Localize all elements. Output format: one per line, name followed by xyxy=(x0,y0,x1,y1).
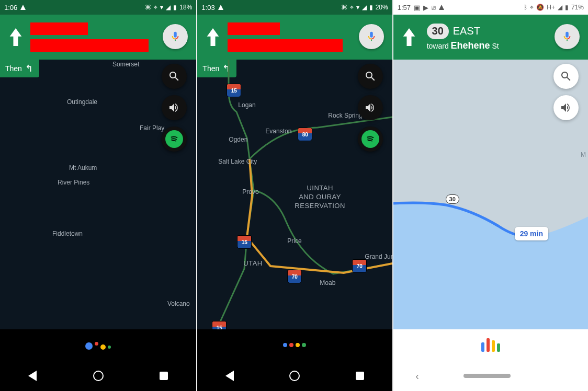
map-label-state: UTAH xyxy=(243,259,262,267)
assistant-bar[interactable] xyxy=(0,329,196,361)
map-label: Fiddletown xyxy=(52,230,83,237)
volume-icon xyxy=(560,101,572,114)
map-label-reservation: UINTAH AND OURAY RESERVATION xyxy=(295,184,345,211)
map-label: Mt Aukum xyxy=(69,164,97,171)
arrow-up-icon xyxy=(400,28,419,47)
search-button[interactable] xyxy=(162,64,187,89)
spotify-button[interactable] xyxy=(162,126,187,152)
map-label: River Pines xyxy=(58,179,89,186)
sound-button[interactable] xyxy=(162,95,187,120)
battery-icon: ▮ xyxy=(173,4,177,11)
route-shield-icon: 30 xyxy=(446,194,459,204)
vpn-icon: ⌘ xyxy=(145,4,151,11)
network-hplus-icon: H+ xyxy=(547,4,555,11)
spotify-icon xyxy=(165,130,183,148)
home-button[interactable] xyxy=(289,371,300,381)
recents-button[interactable] xyxy=(356,372,364,380)
map-label: Provo xyxy=(242,188,258,196)
direction-text: 30 EAST toward Ehehene St xyxy=(427,24,499,51)
gallery-icon: ▣ xyxy=(414,4,420,12)
youtube-icon: ▶ xyxy=(423,4,428,12)
navigation-header xyxy=(0,15,196,60)
status-time: 1:06 xyxy=(4,4,17,12)
search-button[interactable] xyxy=(553,64,579,89)
redacted-line-2 xyxy=(228,39,343,52)
sound-button[interactable] xyxy=(358,95,383,120)
location-icon: ⌖ xyxy=(350,4,354,11)
voice-search-button[interactable] xyxy=(163,24,188,49)
signal-icon: ◢ xyxy=(362,4,367,11)
redacted-line-1 xyxy=(30,22,88,35)
voice-search-button[interactable] xyxy=(555,24,580,49)
nav-arrow-icon xyxy=(218,5,223,10)
wifi-icon: ▾ xyxy=(160,4,163,11)
assistant-bar[interactable] xyxy=(393,329,588,361)
status-bar: 1:03 ⌘ ⌖ ▾ ◢ ▮ 20% xyxy=(197,0,392,15)
interstate-shield-icon: 15 xyxy=(227,84,241,97)
spotify-icon xyxy=(361,130,379,148)
battery-percent: 20% xyxy=(376,4,388,11)
interstate-shield-icon: 15 xyxy=(237,235,252,249)
phone-screenshot-2: 1:03 ⌘ ⌖ ▾ ◢ ▮ 20% Then xyxy=(197,0,392,391)
interstate-shield-icon: 80 xyxy=(298,128,312,141)
phone-screenshot-3: 1:57 ▣ ▶ ⎚ ᛒ ⌖ 🔕 H+ ◢ ▮ 71% 30 EAST towa… xyxy=(393,0,588,391)
map-label: M xyxy=(581,151,586,158)
phone-screenshot-1: 1:06 ⌘ ⌖ ▾ ◢ ▮ 18% Then xyxy=(0,0,196,391)
volume-icon xyxy=(168,101,180,114)
search-icon xyxy=(168,70,180,83)
system-nav-bar xyxy=(197,361,392,391)
route-shield-icon: 30 xyxy=(427,24,449,39)
back-button[interactable] xyxy=(225,371,234,381)
toward-label: toward xyxy=(427,42,449,50)
search-button[interactable] xyxy=(358,64,383,89)
map-label: Grand Junction xyxy=(365,253,392,260)
nav-arrow-icon xyxy=(439,5,444,10)
location-icon: ⌖ xyxy=(530,4,534,11)
search-icon xyxy=(560,70,572,83)
mic-icon xyxy=(366,31,377,42)
interstate-shield-icon: 70 xyxy=(287,270,302,283)
arrow-up-icon xyxy=(6,28,25,47)
recents-button[interactable] xyxy=(160,372,168,380)
battery-icon: ▮ xyxy=(369,4,373,11)
status-time: 1:57 xyxy=(398,4,411,12)
bluetooth-icon: ᛒ xyxy=(524,4,527,11)
map-label: Ogden xyxy=(229,136,247,143)
redacted-destination xyxy=(30,22,149,52)
home-pill[interactable] xyxy=(463,374,511,378)
system-nav-bar: ‹ xyxy=(393,361,588,391)
voice-search-button[interactable] xyxy=(359,24,384,49)
back-button[interactable] xyxy=(28,371,37,381)
navigation-header xyxy=(197,15,392,60)
battery-percent: 18% xyxy=(179,4,192,11)
home-button[interactable] xyxy=(93,371,104,381)
google-assistant-icon xyxy=(481,338,500,352)
map-label: Somerset xyxy=(112,61,139,68)
redacted-destination xyxy=(228,22,343,52)
map-label: Volcano xyxy=(167,300,190,307)
arrow-up-icon xyxy=(203,28,222,47)
wifi-icon: ▾ xyxy=(356,4,359,11)
map-label: Logan xyxy=(238,101,255,109)
map-label: Salt Lake City xyxy=(218,158,257,165)
status-icons: ᛒ ⌖ 🔕 H+ ◢ ▮ 71% xyxy=(524,4,584,11)
eta-chip[interactable]: 29 min xyxy=(515,227,548,240)
street-suffix: St xyxy=(492,42,499,50)
vpn-icon: ⌘ xyxy=(341,4,347,11)
status-icons: ⌘ ⌖ ▾ ◢ ▮ 20% xyxy=(341,4,388,11)
google-assistant-icon xyxy=(283,343,306,347)
spotify-button[interactable] xyxy=(358,126,383,152)
back-button[interactable]: ‹ xyxy=(415,370,419,382)
map-label: Outingdale xyxy=(67,98,97,106)
map-label: Evanston xyxy=(265,128,291,135)
location-icon: ⌖ xyxy=(154,4,157,11)
map-label: Moab xyxy=(320,279,335,286)
sound-button[interactable] xyxy=(553,95,579,120)
status-time: 1:03 xyxy=(201,4,214,12)
volume-icon xyxy=(364,101,377,114)
direction-cardinal: EAST xyxy=(453,25,480,37)
assistant-bar[interactable] xyxy=(197,329,392,361)
map-label: Fair Play xyxy=(140,124,164,132)
status-icons: ⌘ ⌖ ▾ ◢ ▮ 18% xyxy=(145,4,192,11)
signal-icon: ◢ xyxy=(166,4,171,11)
